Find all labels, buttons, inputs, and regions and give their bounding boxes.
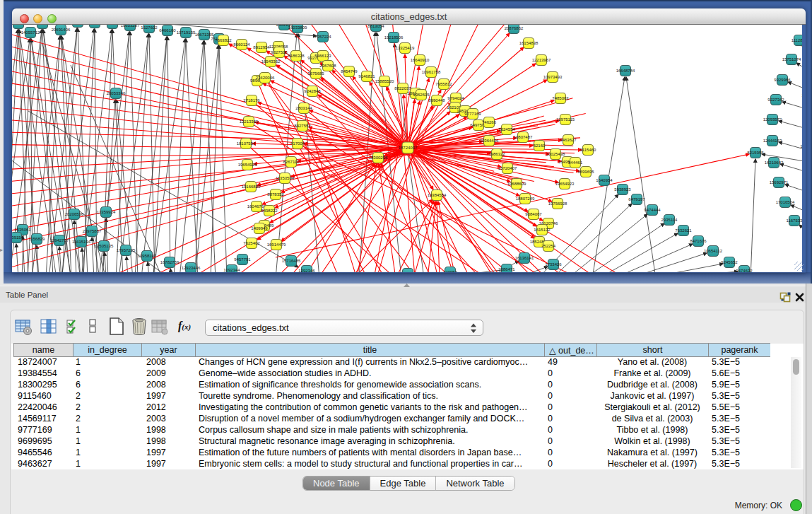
svg-text:9327506: 9327506 xyxy=(271,50,288,54)
svg-text:19218506: 19218506 xyxy=(384,35,404,40)
svg-text:12942757: 12942757 xyxy=(50,238,69,243)
svg-text:16154838: 16154838 xyxy=(519,41,539,45)
svg-text:7357224: 7357224 xyxy=(314,35,331,39)
svg-text:18107554: 18107554 xyxy=(237,141,256,146)
svg-text:9146821: 9146821 xyxy=(358,74,375,78)
svg-text:9242848: 9242848 xyxy=(304,89,321,93)
svg-text:15885520: 15885520 xyxy=(375,79,394,83)
svg-text:1527602: 1527602 xyxy=(141,25,158,30)
svg-text:1112843: 1112843 xyxy=(792,38,802,42)
svg-text:5466123: 5466123 xyxy=(314,54,331,58)
svg-text:15692971: 15692971 xyxy=(770,180,789,185)
svg-text:14055712: 14055712 xyxy=(21,30,40,35)
svg-text:1640954: 1640954 xyxy=(596,178,613,182)
svg-text:12975115: 12975115 xyxy=(556,117,575,122)
svg-text:9699695: 9699695 xyxy=(577,170,594,174)
svg-text:8912954: 8912954 xyxy=(253,45,270,49)
svg-text:18724007: 18724007 xyxy=(399,146,418,150)
svg-text:13325419: 13325419 xyxy=(396,46,415,50)
svg-text:1535061: 1535061 xyxy=(14,228,31,232)
svg-text:1409949: 1409949 xyxy=(251,226,268,230)
svg-text:120954: 120954 xyxy=(443,270,458,272)
svg-text:18300295: 18300295 xyxy=(369,156,388,160)
svg-text:8878352: 8878352 xyxy=(267,192,284,197)
svg-text:1362615: 1362615 xyxy=(413,93,430,97)
svg-text:12213369: 12213369 xyxy=(240,119,259,124)
svg-text:1615132: 1615132 xyxy=(534,228,551,232)
svg-text:2086471: 2086471 xyxy=(498,267,515,271)
svg-text:9227342: 9227342 xyxy=(767,98,784,102)
svg-text:16782759: 16782759 xyxy=(160,260,180,264)
svg-text:20876862: 20876862 xyxy=(505,26,524,30)
svg-text:17957225: 17957225 xyxy=(117,248,136,252)
svg-text:16543362: 16543362 xyxy=(261,59,281,64)
svg-text:19166829: 19166829 xyxy=(242,185,261,189)
svg-text:7632621: 7632621 xyxy=(675,228,692,233)
svg-text:15751074: 15751074 xyxy=(782,57,801,62)
svg-text:16914479: 16914479 xyxy=(267,243,286,247)
svg-text:12093572: 12093572 xyxy=(763,117,782,122)
svg-text:11415194: 11415194 xyxy=(72,240,91,244)
svg-text:8471676: 8471676 xyxy=(690,239,707,243)
svg-text:12923446: 12923446 xyxy=(182,266,201,270)
svg-text:11353594: 11353594 xyxy=(276,176,295,180)
svg-text:2803144: 2803144 xyxy=(295,106,312,110)
svg-text:16033809: 16033809 xyxy=(288,25,307,30)
svg-text:1156829: 1156829 xyxy=(29,237,46,241)
svg-text:16648784: 16648784 xyxy=(616,69,635,73)
svg-text:417004: 417004 xyxy=(290,141,305,146)
svg-text:62160: 62160 xyxy=(534,144,546,148)
svg-text:8454749: 8454749 xyxy=(341,69,358,74)
svg-text:16136141: 16136141 xyxy=(515,256,534,260)
svg-text:9457791: 9457791 xyxy=(234,257,251,262)
svg-text:8215955: 8215955 xyxy=(747,151,764,155)
svg-text:23420046: 23420046 xyxy=(256,76,275,80)
svg-text:10719155: 10719155 xyxy=(177,30,196,35)
svg-text:1427441: 1427441 xyxy=(801,93,802,98)
svg-text:16640910: 16640910 xyxy=(411,58,430,62)
svg-text:9777169: 9777169 xyxy=(464,112,481,116)
svg-text:8822037: 8822037 xyxy=(394,86,411,90)
svg-text:9115460: 9115460 xyxy=(580,148,597,152)
svg-text:3675685: 3675685 xyxy=(307,71,324,76)
svg-text:9245652: 9245652 xyxy=(721,260,738,264)
svg-text:1292346: 1292346 xyxy=(298,269,315,272)
svg-text:10961758: 10961758 xyxy=(422,70,441,74)
svg-text:2935114: 2935114 xyxy=(661,218,678,222)
svg-text:19654923: 19654923 xyxy=(555,182,575,186)
svg-text:9474632: 9474632 xyxy=(736,269,753,272)
svg-text:9474444: 9474444 xyxy=(644,208,661,212)
svg-text:746266: 746266 xyxy=(482,120,497,124)
svg-text:12213967: 12213967 xyxy=(532,58,551,62)
svg-text:5938923: 5938923 xyxy=(614,187,631,192)
svg-text:10973493: 10973493 xyxy=(543,75,563,79)
svg-text:12505135: 12505135 xyxy=(95,244,114,248)
svg-text:15720407: 15720407 xyxy=(498,166,517,170)
svg-text:8990448: 8990448 xyxy=(428,98,445,103)
svg-text:1733426: 1733426 xyxy=(545,262,562,267)
svg-text:3624554: 3624554 xyxy=(498,127,515,132)
svg-text:6466160: 6466160 xyxy=(159,28,176,33)
svg-text:9329966: 9329966 xyxy=(774,78,791,82)
svg-text:20691406: 20691406 xyxy=(52,28,71,32)
svg-text:1598313: 1598313 xyxy=(800,144,802,148)
svg-text:12444153: 12444153 xyxy=(763,139,782,143)
svg-text:10958107: 10958107 xyxy=(138,254,157,258)
svg-text:1167533: 1167533 xyxy=(787,218,802,223)
svg-text:2718176: 2718176 xyxy=(243,98,260,103)
svg-text:17016504: 17016504 xyxy=(776,200,795,204)
svg-text:8660124: 8660124 xyxy=(233,42,250,47)
svg-text:8427552: 8427552 xyxy=(294,124,311,128)
svg-text:20206536: 20206536 xyxy=(65,212,84,216)
svg-text:5498222: 5498222 xyxy=(261,209,278,213)
svg-text:2177442: 2177442 xyxy=(801,43,802,47)
svg-text:10807487: 10807487 xyxy=(514,135,533,139)
svg-text:6479197: 6479197 xyxy=(628,197,645,201)
svg-text:10688609: 10688609 xyxy=(507,182,526,186)
svg-text:19384554: 19384554 xyxy=(428,193,447,197)
svg-text:15716485: 15716485 xyxy=(282,259,301,263)
svg-text:17359924: 17359924 xyxy=(97,210,116,214)
svg-text:208647: 208647 xyxy=(401,271,416,272)
svg-text:9794024: 9794024 xyxy=(447,96,464,100)
svg-text:2367608: 2367608 xyxy=(319,64,336,68)
